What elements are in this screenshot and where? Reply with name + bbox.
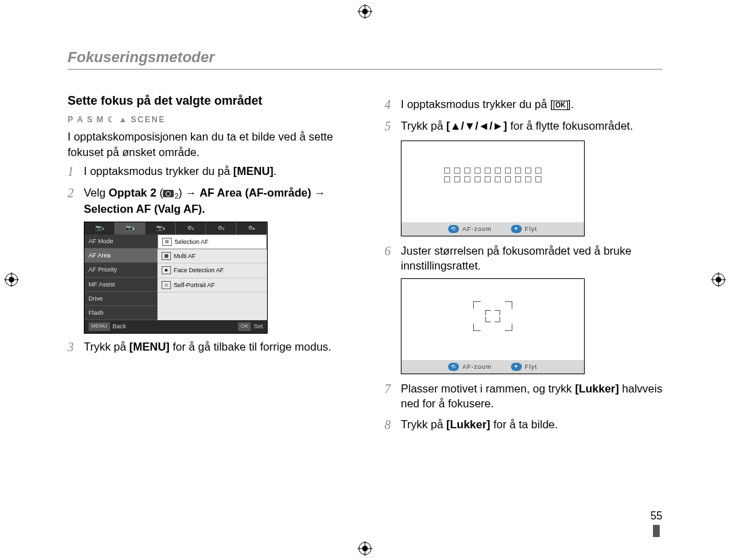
self-portrait-icon: ☺ bbox=[162, 281, 171, 289]
menu-tab-active: 📷₂ bbox=[115, 222, 145, 234]
menu-footer-right: OKSet bbox=[238, 322, 263, 331]
shutter-ref: [Lukker] bbox=[446, 418, 490, 430]
menu-ok-button: OK bbox=[238, 322, 251, 331]
menu-right-list: ⊞Selection AF ▦Multi AF ☻Face Detection … bbox=[157, 234, 267, 320]
step-text-post: . bbox=[274, 165, 277, 177]
intro-text: I opptakskomposisjonen kan du ta et bild… bbox=[68, 129, 345, 159]
move-hint: ✦Flyt bbox=[511, 363, 538, 371]
focus-cell bbox=[525, 168, 541, 182]
step-2: 2 Velg Opptak 2 (2) → AF Area (AF-område… bbox=[68, 185, 345, 216]
opptak2-ref: Opptak 2 bbox=[109, 186, 157, 199]
step-text: Trykk på bbox=[401, 120, 446, 132]
svg-point-3 bbox=[362, 9, 368, 14]
menu-button-ref: [MENU] bbox=[129, 340, 170, 353]
move-hint: ✦Flyt bbox=[511, 225, 538, 233]
focus-single bbox=[473, 301, 512, 331]
menu-option-selected: ⊞Selection AF bbox=[157, 234, 267, 249]
right-step-list-2: 6 Juster størrelsen på fokusområdet ved … bbox=[385, 243, 662, 274]
af-zoom-hint: ⟲AF-zoom bbox=[448, 225, 492, 233]
preview-footer-bar: ⟲AF-zoom ✦Flyt bbox=[402, 360, 584, 374]
svg-point-11 bbox=[9, 277, 14, 282]
menu-back-button: MENU bbox=[89, 322, 110, 331]
face-detect-icon: ☻ bbox=[162, 266, 171, 274]
menu-left-list: AF Mode AF Area AF Priority MF Assist Dr… bbox=[84, 234, 157, 320]
crop-mark-left bbox=[4, 272, 19, 287]
menu-option-label: Face Detection AF bbox=[174, 266, 224, 274]
page-number: 55 bbox=[650, 510, 662, 522]
svg-point-15 bbox=[716, 277, 721, 282]
page-title: Fokuseringsmetoder bbox=[68, 49, 662, 70]
step-text-post: for å ta bilde. bbox=[490, 418, 558, 430]
move-label: Flyt bbox=[525, 225, 538, 233]
step-text: Velg bbox=[84, 186, 109, 199]
left-step-list: 1 I opptaksmodus trykker du på [MENU]. 2… bbox=[68, 163, 345, 216]
camera-icon bbox=[163, 190, 174, 197]
af-zoom-label: AF-zoom bbox=[462, 363, 492, 371]
focus-cell bbox=[485, 168, 501, 182]
mode-indicator-row: P A S M ☾ ▲ SCENE bbox=[68, 114, 345, 125]
menu-option: ☺Self-Portrait AF bbox=[157, 278, 267, 292]
mode-p: P bbox=[68, 114, 74, 125]
mode-scene: SCENE bbox=[131, 114, 166, 125]
step-6: 6 Juster størrelsen på fokusområdet ved … bbox=[385, 243, 662, 274]
step-4: 4 I opptaksmodus trykker du på [OK]. bbox=[385, 97, 662, 113]
page-number-block: 55 bbox=[650, 510, 662, 537]
preview-area bbox=[402, 279, 584, 360]
preview-area bbox=[402, 141, 584, 222]
step-body: Plasser motivet i rammen, og trykk [Lukk… bbox=[401, 381, 662, 411]
shutter-ref: [Lukker] bbox=[575, 382, 619, 394]
step-3: 3 Trykk på [MENU] for å gå tilbake til f… bbox=[68, 339, 345, 355]
step-body: I opptaksmodus trykker du på [MENU]. bbox=[84, 163, 345, 180]
dial-icon: ⟲ bbox=[448, 363, 459, 371]
step-body: Juster størrelsen på fokusområdet ved å … bbox=[401, 243, 662, 274]
menu-tabs: 📷₁ 📷₂ 📷₃ ⚙₁ ⚙₂ ⚙₃ bbox=[84, 222, 267, 234]
section-heading: Sette fokus på det valgte området bbox=[68, 93, 345, 109]
move-label: Flyt bbox=[525, 363, 538, 371]
preview-footer-bar: ⟲AF-zoom ✦Flyt bbox=[402, 222, 584, 236]
page-number-bar bbox=[653, 525, 660, 537]
dial-icon: ⟲ bbox=[448, 225, 459, 233]
step-text: I opptaksmodus trykker du på bbox=[84, 165, 233, 177]
step-number: 4 bbox=[385, 97, 394, 113]
dpad-icon: ✦ bbox=[511, 225, 522, 233]
af-zoom-hint: ⟲AF-zoom bbox=[448, 363, 492, 371]
multi-af-icon: ▦ bbox=[162, 252, 171, 260]
step-number: 8 bbox=[385, 417, 394, 433]
menu-tab: ⚙₁ bbox=[176, 222, 206, 234]
focus-cell bbox=[444, 168, 460, 182]
svg-point-7 bbox=[362, 546, 368, 551]
step-number: 2 bbox=[68, 185, 77, 216]
selection-af-icon: ⊞ bbox=[162, 238, 172, 246]
mode-s: S bbox=[87, 114, 94, 125]
step-body: Trykk på [▲/▼/◄/►] for å flytte fokusomr… bbox=[401, 118, 662, 134]
menu-tab: ⚙₃ bbox=[237, 222, 267, 234]
menu-item: Flash bbox=[84, 306, 157, 320]
af-zoom-label: AF-zoom bbox=[462, 225, 492, 233]
step-text: Plasser motivet i rammen, og trykk bbox=[401, 382, 575, 394]
crop-mark-bottom bbox=[358, 541, 372, 556]
step-number: 7 bbox=[385, 381, 394, 411]
step-body: Trykk på [Lukker] for å ta bilde. bbox=[401, 417, 662, 433]
step-text: ) → bbox=[178, 186, 199, 199]
right-step-list-3: 7 Plasser motivet i rammen, og trykk [Lu… bbox=[385, 381, 662, 433]
mode-a: A bbox=[77, 114, 84, 125]
ok-button-icon: OK bbox=[554, 101, 568, 110]
focus-preview-grid: ⟲AF-zoom ✦Flyt bbox=[401, 141, 585, 236]
crop-mark-top bbox=[358, 4, 372, 19]
menu-tab: 📷₁ bbox=[84, 222, 115, 234]
menu-button-ref: [MENU] bbox=[233, 165, 274, 177]
menu-footer: MENUBack OKSet bbox=[84, 320, 267, 333]
step-text: Trykk på bbox=[401, 418, 446, 430]
step-text-post: ]. bbox=[568, 98, 574, 110]
step-text-post: for å gå tilbake til forrige modus. bbox=[170, 340, 331, 353]
crop-mark-right bbox=[711, 272, 726, 287]
step-body: Velg Opptak 2 (2) → AF Area (AF-område) … bbox=[84, 185, 345, 216]
step-number: 5 bbox=[385, 118, 394, 134]
left-column: Sette fokus på det valgte området P A S … bbox=[68, 93, 345, 438]
menu-tab: ⚙₂ bbox=[206, 222, 237, 234]
step-5: 5 Trykk på [▲/▼/◄/►] for å flytte fokuso… bbox=[385, 118, 662, 134]
menu-item: AF Priority bbox=[84, 263, 157, 277]
step-text: ( bbox=[156, 186, 163, 199]
dpad-icon: ✦ bbox=[511, 363, 522, 371]
step-8: 8 Trykk på [Lukker] for å ta bilde. bbox=[385, 417, 662, 433]
